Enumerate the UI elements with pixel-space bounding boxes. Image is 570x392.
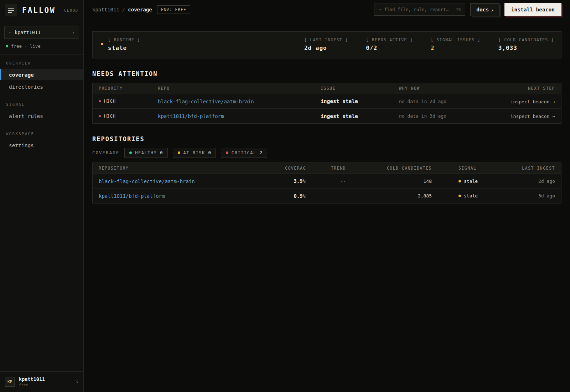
cloud-label: CLOUD xyxy=(64,9,78,12)
plan-status: free · live xyxy=(0,39,83,55)
healthy-dot-icon xyxy=(129,151,132,154)
needs-attention-title: NEEDS ATTENTION xyxy=(92,70,561,77)
breadcrumb-workspace[interactable]: kpatt1011 xyxy=(92,7,119,12)
status-value: stale xyxy=(108,45,286,51)
repositories-title: REPOSITORIES xyxy=(92,135,561,143)
sidebar-item-directories[interactable]: directories xyxy=(0,81,83,92)
nav-section-label: OVERVIEW xyxy=(0,61,83,65)
user-card[interactable]: KP kpatt1011 free ⌥ xyxy=(0,371,83,392)
status-value: 0/2 xyxy=(366,45,413,51)
priority-label: HIGH xyxy=(104,114,116,119)
runtime-status-panel: [ RUNTIME ] stale [ LAST INGEST ] 2d ago… xyxy=(92,31,561,58)
column-header-issue: ISSUE xyxy=(315,86,393,91)
column-header-repo: REPO xyxy=(152,86,315,91)
status-label: [ RUNTIME ] xyxy=(108,37,286,42)
app-root: FALLOW CLOUD ‣ kpatt1011 ▾ free · live O… xyxy=(0,0,570,392)
sidebar-item-settings[interactable]: settings xyxy=(0,140,83,151)
repo-link[interactable]: kpatt1011/bfd-platform xyxy=(158,113,224,119)
user-name: kpatt1011 xyxy=(19,376,45,382)
column-header-next-step: NEXT STEP xyxy=(482,86,561,91)
status-value: 3,033 xyxy=(498,45,554,51)
repositories-table: REPOSITORY COVERAGE TREND COLD CANDIDATE… xyxy=(92,163,561,203)
search-shortcut-hint: ⌘K xyxy=(456,7,461,12)
workspace-selector-label: kpatt1011 xyxy=(15,30,41,35)
priority-high-dot-icon xyxy=(99,100,101,102)
status-runtime: [ RUNTIME ] stale xyxy=(108,37,286,51)
column-header-coverage: COVERAGE xyxy=(285,166,306,171)
chip-count: 0 xyxy=(160,150,162,155)
percent-unit: % xyxy=(303,178,306,184)
signal-cell: stale xyxy=(432,179,499,184)
repo-link[interactable]: black-flag-collective/aatm-brain xyxy=(99,179,195,184)
search-arrow-icon: → xyxy=(378,7,381,12)
coverage-value: 3.9% xyxy=(285,178,306,184)
priority-cell: HIGH xyxy=(93,114,152,119)
trend-value: -- xyxy=(306,179,346,184)
search-input[interactable] xyxy=(384,7,453,12)
priority-high-dot-icon xyxy=(99,115,101,117)
column-header-repository: REPOSITORY xyxy=(93,166,285,171)
status-label: [ SIGNAL ISSUES ] xyxy=(431,37,481,42)
repo-link[interactable]: kpatt1011/bfd-platform xyxy=(99,193,165,199)
repo-link[interactable]: black-flag-collective/aatm-brain xyxy=(158,99,254,104)
coverage-filter-bar: COVERAGE HEALTHY 0 AT RISK 0 CRITICAL 2 xyxy=(92,148,561,158)
sidebar-item-label: directories xyxy=(9,84,43,90)
column-header-signal: SIGNAL xyxy=(432,166,499,171)
coverage-value: 0.9% xyxy=(285,193,306,199)
table-row: black-flag-collective/aatm-brain 3.9% --… xyxy=(93,174,561,189)
runtime-status-dot-icon xyxy=(101,43,103,45)
status-value: 2 xyxy=(431,45,481,51)
main-area: kpatt1011 / coverage ENV: FREE → ⌘K docs… xyxy=(84,0,570,392)
chip-count: 2 xyxy=(260,150,262,155)
nav-section-overview: OVERVIEW coverage directories xyxy=(0,61,83,92)
plan-status-label: free · live xyxy=(11,43,41,49)
cold-candidates-value: 2,885 xyxy=(346,193,432,198)
table-header-row: REPOSITORY COVERAGE TREND COLD CANDIDATE… xyxy=(93,163,561,174)
install-beacon-button[interactable]: install beacon xyxy=(504,3,561,16)
why-now-label: no data in 3d ago xyxy=(393,113,482,119)
sidebar-item-coverage[interactable]: coverage xyxy=(0,69,83,80)
filter-chip-at-risk[interactable]: AT RISK 0 xyxy=(173,148,216,158)
status-cold-candidates: [ COLD CANDIDATES ] 3,033 xyxy=(498,37,554,51)
avatar: KP xyxy=(5,377,15,387)
nav-section-workspace: WORKSPACE settings xyxy=(0,131,83,151)
inspect-beacon-link[interactable]: inspect beacon → xyxy=(511,114,555,119)
table-row: kpatt1011/bfd-platform 0.9% -- 2,885 sta… xyxy=(93,189,561,203)
priority-label: HIGH xyxy=(104,99,116,104)
needs-attention-table: PRIORITY REPO ISSUE WHY NOW NEXT STEP HI… xyxy=(92,83,561,124)
issue-label: ingest stale xyxy=(315,113,393,119)
nav-section-signal: SIGNAL alert rules xyxy=(0,102,83,122)
workspace-selector[interactable]: ‣ kpatt1011 ▾ xyxy=(4,26,79,39)
table-row: HIGH kpatt1011/bfd-platform ingest stale… xyxy=(93,109,561,123)
table-row: HIGH black-flag-collective/aatm-brain in… xyxy=(93,94,561,109)
priority-cell: HIGH xyxy=(93,99,152,104)
filter-chip-healthy[interactable]: HEALTHY 0 xyxy=(124,148,167,158)
coverage-filter-label: COVERAGE xyxy=(92,150,119,155)
column-header-priority: PRIORITY xyxy=(93,86,152,91)
signal-cell: stale xyxy=(432,193,499,198)
nav-section-label: WORKSPACE xyxy=(0,131,83,136)
chip-label: AT RISK xyxy=(183,150,205,155)
nav-section-label: SIGNAL xyxy=(0,102,83,107)
page-content: [ RUNTIME ] stale [ LAST INGEST ] 2d ago… xyxy=(84,19,570,203)
column-header-trend: TREND xyxy=(306,166,346,171)
chip-label: HEALTHY xyxy=(135,150,157,155)
sidebar-header: FALLOW CLOUD xyxy=(0,0,83,21)
filter-chip-critical[interactable]: CRITICAL 2 xyxy=(221,148,267,158)
sidebar-nav: OVERVIEW coverage directories SIGNAL ale… xyxy=(0,55,83,371)
at-risk-dot-icon xyxy=(178,151,180,154)
app-logo: FALLOW xyxy=(22,6,56,15)
sidebar-item-alert-rules[interactable]: alert rules xyxy=(0,110,83,122)
inspect-beacon-link[interactable]: inspect beacon → xyxy=(511,99,555,104)
status-label: [ REPOS ACTIVE ] xyxy=(366,37,413,42)
topbar: kpatt1011 / coverage ENV: FREE → ⌘K docs… xyxy=(84,0,570,19)
status-label: [ LAST INGEST ] xyxy=(304,37,348,42)
global-search[interactable]: → ⌘K xyxy=(374,4,465,16)
hamburger-menu-icon[interactable] xyxy=(5,4,17,16)
cold-candidates-value: 148 xyxy=(346,179,432,184)
option-key-icon[interactable]: ⌥ xyxy=(76,379,78,385)
docs-button[interactable]: docs↗ xyxy=(470,3,499,16)
chip-label: CRITICAL xyxy=(232,150,256,155)
stale-dot-icon xyxy=(458,195,461,197)
issue-label: ingest stale xyxy=(315,98,393,104)
